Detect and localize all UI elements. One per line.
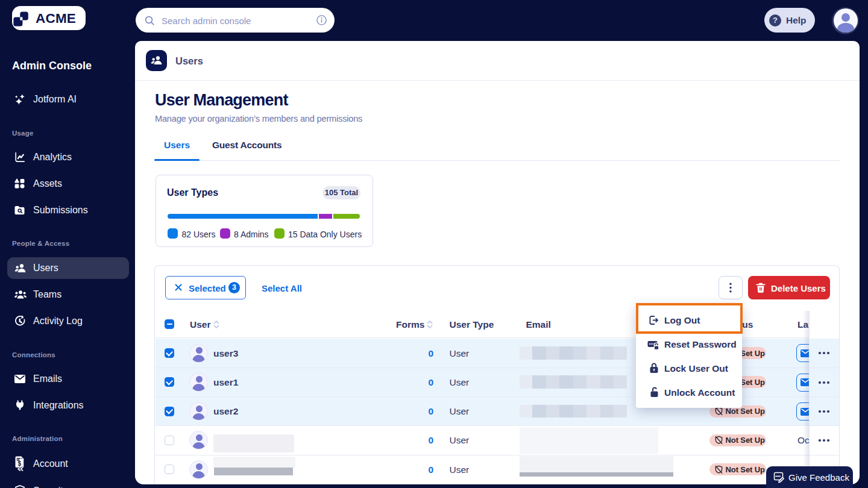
svg-text:$: $ — [17, 460, 21, 467]
